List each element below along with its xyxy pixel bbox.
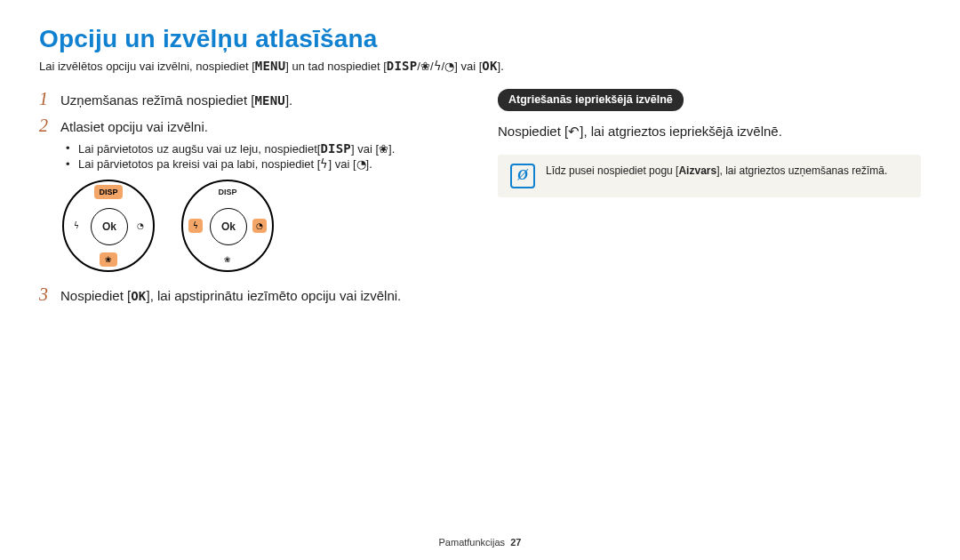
return-pill: Atgriešanās iepriekšējā izvēlnē [498,89,684,111]
dial-disp-button-2: DISP [213,185,242,199]
flash-icon: ϟ [434,60,442,73]
flower-icon-dial1-highlighted: ❀ [100,252,117,267]
disp-label-bullet: DISP [320,141,351,156]
step-2-text: Atlasiet opciju vai izvēlni. [60,117,208,136]
bullet-1: • Lai pārvietotos uz augšu vai uz leju, … [66,141,462,156]
dial-ok-1: Ok [91,208,128,245]
dial-ok-2: Ok [210,208,247,245]
intro-t4: ]. [498,60,504,73]
timer-icon-bullet: ◔ [356,157,366,171]
ok-label-inline: OK [482,59,497,73]
disp-label-inline: DISP [387,59,418,73]
info-icon: Ø [510,164,535,188]
bullet-2: • Lai pārvietotos pa kreisi vai pa labi,… [66,157,462,171]
dial-illustrations: DISP ϟ ◔ ❀ Ok DISP ϟ ◔ ❀ Ok [62,180,462,272]
intro-t1: Lai izvēlētos opciju vai izvēlni, nospie… [39,60,255,73]
page-title: Opciju un izvēlņu atlasīšana [39,25,921,53]
flash-icon-dial1: ϟ [69,219,84,233]
ok-label-step3: OK [131,289,146,303]
intro-t2: ] un tad nospiediet [ [285,60,386,73]
step-2-number: 2 [39,116,52,136]
left-column: 1 Uzņemšanas režīmā nospiediet [MENU]. 2… [39,89,462,310]
intro-line: Lai izvēlētos opciju vai izvēlni, nospie… [39,59,921,73]
menu-label-step1: MENU [254,93,285,108]
back-icon: ↶ [568,124,580,139]
step-3-number: 3 [39,284,52,305]
note-bold: Aizvars [678,164,716,177]
dial-disp-button-highlighted: DISP [94,185,123,199]
right-column: Atgriešanās iepriekšējā izvēlnē Nospiedi… [498,89,921,310]
step-3-text: Nospiediet [OK], lai apstiprinātu iezīmē… [60,286,401,306]
return-line: Nospiediet [↶], lai atgrieztos iepriekšē… [498,122,921,140]
menu-label-inline: MENU [255,59,286,73]
dial-horizontal: DISP ϟ ◔ ❀ Ok [181,180,274,272]
flower-icon: ❀ [420,60,430,73]
flower-icon-bullet: ❀ [379,142,388,156]
page-footer: Pamatfunkcijas 27 [0,537,960,548]
flower-icon-dial2: ❀ [219,252,236,267]
step-1-number: 1 [39,89,52,109]
dial-vertical: DISP ϟ ◔ ❀ Ok [62,180,155,272]
step-1-text: Uzņemšanas režīmā nospiediet [MENU]. [60,91,292,110]
timer-icon-dial1: ◔ [133,219,148,233]
note-box: Ø Līdz pusei nospiediet pogu [Aizvars], … [498,155,921,197]
note-text: Līdz pusei nospiediet pogu [Aizvars], la… [546,164,887,179]
timer-icon: ◔ [444,60,454,73]
flash-icon-dial2-highlighted: ϟ [188,219,203,233]
timer-icon-dial2-highlighted: ◔ [252,219,267,233]
intro-t3: ] vai [ [454,60,482,73]
